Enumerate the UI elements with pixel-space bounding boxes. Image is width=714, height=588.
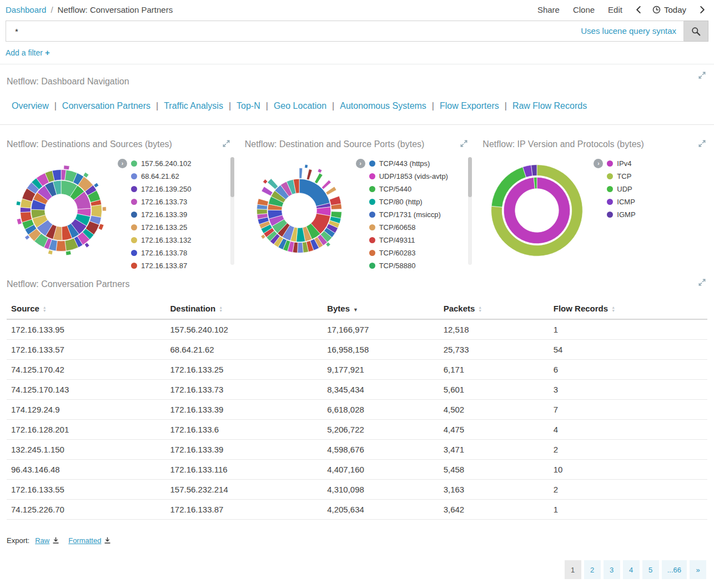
legend-item[interactable]: 172.16.133.39 — [131, 208, 191, 221]
nav-link-raw-flow-records[interactable]: Raw Flow Records — [512, 101, 587, 110]
next-page-button[interactable]: » — [690, 560, 706, 579]
expand-panel-icon[interactable] — [698, 139, 706, 148]
nav-link-conversation-partners[interactable]: Conversation Partners — [62, 101, 150, 110]
legend-item[interactable]: ICMP — [607, 195, 635, 208]
chart-segment[interactable] — [263, 179, 267, 184]
search-button[interactable] — [684, 21, 708, 42]
add-filter-link[interactable]: Add a filter — [6, 48, 43, 57]
legend-item[interactable]: TCP — [607, 170, 635, 183]
expand-panel-icon[interactable] — [222, 139, 230, 148]
nav-link-traffic-analysis[interactable]: Traffic Analysis — [164, 101, 223, 110]
chart-segment[interactable] — [66, 251, 71, 255]
page-button-4[interactable]: 4 — [623, 560, 640, 579]
legend-item[interactable]: UDP/1853 (vids-avtp) — [369, 170, 448, 183]
chart-segment[interactable] — [267, 179, 278, 189]
legend-item[interactable]: IPv4 — [607, 157, 635, 170]
legend-item[interactable]: TCP/60658 — [369, 221, 448, 234]
expand-panel-icon[interactable] — [698, 278, 706, 287]
legend-collapse-icon[interactable]: › — [594, 159, 603, 168]
menu-clone[interactable]: Clone — [573, 5, 595, 14]
legend-item[interactable]: 172.16.139.250 — [131, 183, 191, 195]
chart-segment[interactable] — [314, 173, 323, 184]
chart-segment[interactable] — [257, 199, 268, 206]
legend-item[interactable]: TCP/443 (https) — [369, 157, 448, 170]
chart-segment[interactable] — [102, 207, 106, 211]
chart-segment[interactable] — [299, 168, 303, 179]
magnifier-icon — [691, 27, 701, 36]
menu-edit[interactable]: Edit — [608, 5, 622, 14]
cell-destination: 172.16.133.39 — [165, 440, 323, 460]
chart-segment[interactable] — [325, 187, 336, 195]
legend-item[interactable]: 172.16.133.73 — [131, 195, 191, 208]
export-formatted-link[interactable]: Formatted — [68, 536, 111, 545]
page-button-5[interactable]: 5 — [642, 560, 659, 579]
page-button-3[interactable]: 3 — [604, 560, 620, 579]
legend-item[interactable]: TCP/49311 — [369, 234, 448, 247]
legend-label: ICMP — [617, 198, 635, 206]
expand-panel-icon[interactable] — [698, 71, 706, 79]
page-button-66[interactable]: ...66 — [662, 560, 687, 579]
legend-item[interactable]: 172.16.133.132 — [131, 234, 191, 247]
chart-segment[interactable] — [16, 201, 21, 205]
export-raw-link[interactable]: Raw — [35, 536, 59, 545]
legend-item[interactable]: 157.56.240.102 — [131, 157, 191, 170]
column-header-bytes[interactable]: Bytes▼ — [323, 298, 439, 319]
chart-segment[interactable] — [321, 180, 331, 189]
menu-share[interactable]: Share — [537, 5, 560, 14]
chart-segment[interactable] — [56, 240, 66, 251]
cell-packets: 5,601 — [439, 380, 549, 400]
page-button-1[interactable]: 1 — [565, 560, 581, 579]
nav-link-geo-location[interactable]: Geo Location — [274, 101, 326, 110]
nav-link-autonomous-systems[interactable]: Autonomous Systems — [340, 101, 426, 110]
legend-item[interactable]: UDP — [607, 183, 635, 195]
legend-item[interactable]: TCP/58880 — [369, 259, 448, 272]
column-header-source[interactable]: Source▲▼ — [7, 298, 165, 319]
chart-segment[interactable] — [257, 209, 267, 215]
legend-item[interactable]: 172.16.133.25 — [131, 221, 191, 234]
cell-bytes: 8,345,434 — [323, 380, 439, 400]
time-next-button[interactable] — [700, 6, 705, 14]
expand-panel-icon[interactable] — [460, 139, 468, 148]
plus-icon[interactable]: + — [45, 48, 50, 57]
breadcrumb-dashboard-link[interactable]: Dashboard — [6, 5, 46, 14]
legend-item[interactable]: TCP/1731 (msiccp) — [369, 208, 448, 221]
cell-flow-records: 7 — [549, 400, 707, 420]
cell-source: 172.16.128.201 — [7, 420, 165, 440]
column-header-packets[interactable]: Packets▲▼ — [439, 298, 549, 319]
chart-segment[interactable] — [297, 243, 303, 253]
cell-source: 172.16.133.57 — [7, 340, 165, 360]
export-links: RawFormatted — [35, 536, 111, 545]
time-picker[interactable]: Today — [652, 5, 686, 14]
scrollbar-thumb[interactable] — [468, 157, 472, 197]
chart-segment[interactable] — [64, 165, 70, 170]
table-row: 172.16.133.95157.56.240.10217,166,97712,… — [7, 319, 707, 340]
nav-link-top-n[interactable]: Top-N — [237, 101, 260, 110]
legend-item[interactable]: 172.16.133.87 — [131, 259, 191, 272]
scrollbar-thumb[interactable] — [230, 157, 234, 197]
chevron-right-icon — [700, 6, 705, 14]
legend-item[interactable]: 68.64.21.62 — [131, 170, 191, 183]
time-prev-button[interactable] — [636, 6, 641, 14]
lucene-syntax-link[interactable]: Uses lucene query syntax — [581, 26, 676, 36]
chart-segment[interactable] — [299, 179, 330, 206]
legend-collapse-icon[interactable]: › — [356, 159, 365, 168]
legend-collapse-icon[interactable]: › — [118, 159, 127, 168]
nav-link-overview[interactable]: Overview — [12, 101, 49, 110]
nav-link-flow-exporters[interactable]: Flow Exporters — [440, 101, 499, 110]
chart-segment[interactable] — [304, 164, 308, 168]
column-header-flow-records[interactable]: Flow Records▲▼ — [549, 298, 707, 319]
cell-packets: 25,733 — [439, 340, 549, 360]
legend-item[interactable]: TCP/5440 — [369, 183, 448, 195]
column-header-destination[interactable]: Destination▲▼ — [165, 298, 323, 319]
chart-segment[interactable] — [91, 205, 102, 218]
chart-segment[interactable] — [262, 187, 273, 196]
legend-item[interactable]: TCP/80 (http) — [369, 195, 448, 208]
chart-segment[interactable] — [306, 169, 312, 180]
cell-destination: 172.16.133.73 — [165, 380, 323, 400]
chart-segment[interactable] — [318, 169, 322, 173]
legend-item[interactable]: 172.16.133.78 — [131, 247, 191, 259]
chart-segment[interactable] — [48, 250, 53, 254]
legend-item[interactable]: IGMP — [607, 208, 635, 221]
legend-item[interactable]: TCP/60283 — [369, 247, 448, 259]
page-button-2[interactable]: 2 — [584, 560, 601, 579]
